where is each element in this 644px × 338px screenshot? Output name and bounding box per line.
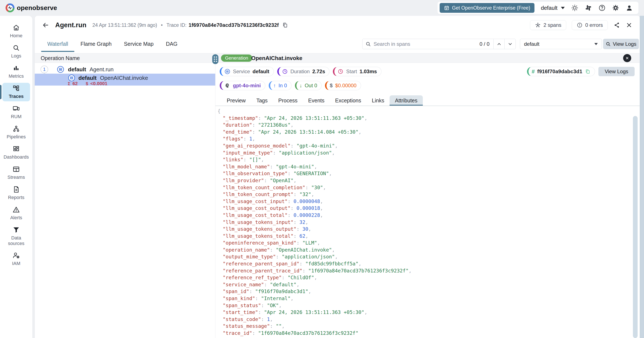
arrow-down-icon: ↓ [300, 83, 302, 89]
sidebar-item-streams[interactable]: Streams [0, 163, 32, 183]
settings-gear-icon[interactable] [612, 4, 619, 11]
close-icon [625, 56, 629, 60]
view-logs-button[interactable]: View Logs [603, 39, 639, 49]
clock-icon [282, 69, 288, 74]
search-match-count: 0 / 0 [476, 41, 493, 47]
attribute-row: "start_time": "Apr 24, 2026 13:51:11.363… [218, 309, 632, 316]
attribute-row: "gen_ai_response_model": "gpt-4o-mini", [218, 142, 632, 150]
span-search-box: 0 / 0 [362, 39, 516, 49]
attribute-row: } [218, 337, 632, 338]
panel-header-band: Operation Name Generation OpenAIChat.inv… [35, 53, 640, 63]
trace-detail-panel: Agent.run 24 Apr 13:51:11:362 (9m ago) •… [35, 16, 640, 338]
span-details-pane: Service default Duration 2.72s Start 1.0… [216, 63, 640, 338]
app-logo[interactable]: openobserve [6, 3, 57, 12]
tab-preview[interactable]: Preview [222, 95, 251, 106]
attribute-row: "status_message": "", [218, 323, 632, 330]
get-enterprise-button[interactable]: Get OpenObserve Enterprise (Free) [440, 3, 534, 13]
span-view-logs-button[interactable]: View Logs [598, 67, 634, 76]
openobserve-logo-icon [6, 3, 14, 12]
span-search-input[interactable] [374, 41, 476, 47]
attribute-row: "openinference_span_kind": "LLM", [218, 239, 632, 246]
sidebar-item-alerts[interactable]: Alerts [0, 203, 32, 223]
attribute-row: "trace_id": "1f6970a84e70acd37b761236f3c… [218, 330, 632, 337]
copy-span-id-icon[interactable] [585, 69, 590, 74]
span-row-agent-run[interactable]: 1 default Agent.run [35, 65, 215, 74]
tab-tags[interactable]: Tags [251, 95, 273, 106]
attribute-row: "llm_usage_tokens_total": 62, [218, 233, 632, 240]
sidebar-item-traces[interactable]: Traces [0, 82, 32, 102]
tab-flame-graph[interactable]: Flame Graph [74, 34, 118, 53]
generation-badge: Generation [221, 54, 252, 62]
theme-toggle-icon[interactable] [571, 4, 578, 11]
next-match-button[interactable] [504, 39, 516, 49]
sidebar-item-iam[interactable]: IAM [0, 249, 32, 269]
tab-process[interactable]: Process [273, 95, 303, 106]
trace-header-actions: 2 spans 0 errors [530, 20, 632, 30]
help-icon[interactable] [598, 4, 606, 11]
sidebar-item-logs[interactable]: Logs [0, 41, 32, 62]
meta-separator: • [161, 22, 162, 28]
page-scrollbar[interactable] [640, 16, 644, 338]
prev-match-button[interactable] [493, 39, 504, 49]
tab-links[interactable]: Links [366, 95, 390, 106]
attribute-row: "flags": 1, [218, 135, 632, 142]
rum-screens-icon [12, 105, 20, 112]
streams-icon [12, 166, 20, 173]
tab-exceptions[interactable]: Exceptions [330, 95, 366, 106]
share-icon[interactable] [613, 22, 620, 28]
stream-select[interactable]: default [520, 39, 602, 49]
close-span-details-button[interactable] [623, 54, 631, 62]
enterprise-icon [444, 5, 450, 11]
reports-document-icon [12, 186, 20, 193]
attribute-row: "span_id": "f916f70a9dabc3d1", [218, 288, 632, 295]
span-id-actions: # f916f70a9dabc3d1 View Logs [527, 67, 634, 76]
close-icon[interactable] [626, 22, 632, 28]
attribute-row: "llm_model_name": "gpt-4o-mini", [218, 163, 632, 170]
span-llm-metrics: Σ 62 $ <0.0001 [68, 81, 108, 86]
tab-waterfall[interactable]: Waterfall [41, 34, 74, 53]
sidebar-item-home[interactable]: Home [0, 21, 32, 41]
tokens-out-chip: ↓ Out 0 [295, 81, 322, 90]
back-arrow-icon[interactable] [42, 21, 49, 29]
spans-hub-icon [535, 22, 541, 28]
service-chip: Service default [220, 67, 274, 76]
sidebar-item-dashboards[interactable]: Dashboards [0, 143, 32, 163]
span-row-openaichat-invoke-selected[interactable]: default OpenAIChat.invoke Σ 62 $ <0.0001 [35, 74, 215, 86]
spans-count-badge[interactable]: 2 spans [530, 20, 566, 30]
dashboards-grid-icon [12, 145, 20, 153]
tokens-out-value: Out 0 [305, 83, 317, 89]
user-icon[interactable] [626, 4, 633, 11]
sidebar-item-metrics[interactable]: Metrics [0, 62, 32, 82]
slack-icon[interactable] [585, 4, 592, 11]
tab-service-map[interactable]: Service Map [118, 34, 160, 53]
trace-title: Agent.run [55, 21, 86, 29]
trace-id-label: Trace ID: [166, 22, 186, 28]
arrow-up-icon: ↑ [274, 83, 276, 89]
tab-attributes[interactable]: Attributes [390, 95, 423, 106]
attributes-scrollbar-thumb[interactable] [633, 116, 638, 338]
trace-header: Agent.run 24 Apr 13:51:11:362 (9m ago) •… [35, 16, 640, 34]
attribute-row: "duration": "2721368us", [218, 122, 632, 129]
tokens-total: 62 [72, 81, 78, 86]
search-icon [606, 41, 611, 47]
tab-dag[interactable]: DAG [160, 34, 184, 53]
attribute-row: "llm_provider": "OpenAI", [218, 177, 632, 184]
tab-events[interactable]: Events [303, 95, 330, 106]
sidebar-item-reports[interactable]: Reports [0, 183, 32, 203]
sidebar-item-data-sources[interactable]: Data sources [0, 223, 32, 249]
split-drag-handle[interactable] [212, 54, 218, 64]
span-meta-chips: Service default Duration 2.72s Start 1.0… [220, 67, 382, 76]
brand-name: openobserve [17, 4, 57, 11]
cost-dollar-icon: $ [86, 81, 88, 86]
sidebar-item-pipelines[interactable]: Pipelines [0, 122, 32, 143]
funnel-icon [12, 226, 20, 233]
chevron-down-icon [594, 43, 598, 45]
attribute-row: "_timestamp": "Apr 24, 2026 13:51:11.363… [218, 115, 632, 122]
search-icon [12, 44, 20, 51]
cost-chip: $ $0.00000 [325, 81, 361, 90]
search-icon [366, 41, 371, 47]
errors-count-badge[interactable]: 0 errors [572, 20, 608, 30]
copy-trace-id-icon[interactable] [282, 22, 288, 28]
org-selector[interactable]: default [541, 5, 565, 11]
sidebar-item-rum[interactable]: RUM [0, 102, 32, 122]
